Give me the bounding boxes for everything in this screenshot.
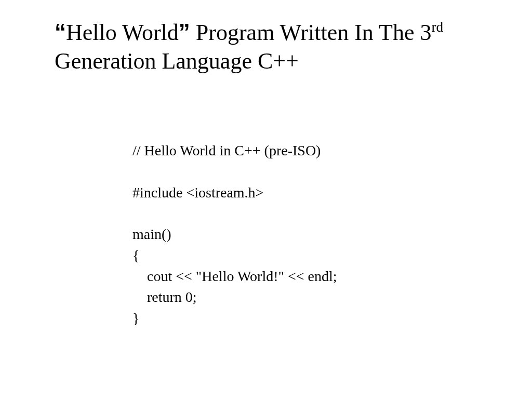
code-line-3: #include <iostream.h> (132, 184, 263, 201)
title-superscript: rd (431, 19, 443, 35)
title-part2: Program Written In The 3 (190, 20, 432, 45)
close-quote: ” (179, 19, 190, 45)
open-quote: “ (55, 19, 66, 45)
code-line-5: main() (132, 226, 171, 242)
title-part3: Generation Language C++ (55, 48, 299, 74)
code-line-1: // Hello World in C++ (pre-ISO) (132, 142, 321, 158)
slide-title: “Hello World” Program Written In The 3rd… (55, 18, 477, 75)
code-line-8: return 0; (132, 289, 197, 305)
title-part1: Hello World (66, 20, 179, 45)
code-line-7: cout << "Hello World!" << endl; (132, 268, 337, 284)
code-block: // Hello World in C++ (pre-ISO) #include… (132, 140, 477, 329)
code-line-6: { (132, 247, 139, 263)
slide-container: “Hello World” Program Written In The 3rd… (0, 0, 532, 329)
code-line-9: } (132, 310, 139, 326)
